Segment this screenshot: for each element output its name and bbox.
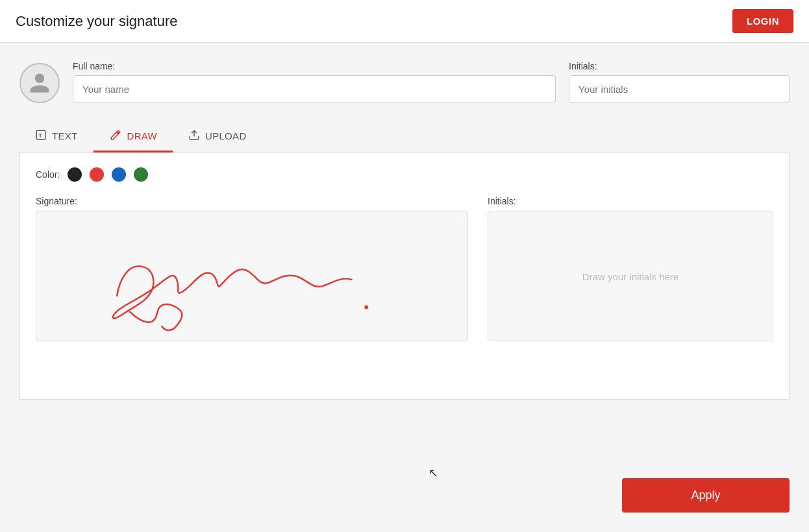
header: Customize your signature LOGIN — [0, 0, 809, 43]
signature-drawing — [36, 212, 467, 341]
initials-canvas[interactable]: Draw your initials here — [488, 212, 773, 341]
initials-canvas-label: Initials: — [488, 196, 773, 206]
svg-text:T: T — [38, 132, 42, 139]
full-name-label: Full name: — [73, 61, 556, 71]
draw-tab-icon — [109, 129, 122, 143]
signature-canvas-label: Signature: — [36, 196, 468, 206]
page-title: Customize your signature — [16, 13, 177, 30]
form-top-row: Full name: Initials: — [19, 61, 790, 103]
tab-upload[interactable]: UPLOAD — [173, 121, 262, 152]
initials-canvas-section: Initials: Draw your initials here — [488, 196, 773, 341]
full-name-input[interactable] — [73, 75, 556, 103]
apply-button-container: Apply — [622, 478, 790, 513]
main-content: Full name: Initials: T TEXT DRAW UPLOA — [0, 43, 809, 532]
color-row: Color: — [36, 167, 773, 182]
color-label: Color: — [36, 169, 60, 180]
full-name-field-group: Full name: — [73, 61, 556, 103]
initials-label: Initials: — [569, 61, 790, 71]
tab-text-label: TEXT — [52, 130, 78, 141]
draw-panel: Color: Signature: — [19, 153, 790, 400]
svg-point-3 — [364, 306, 368, 309]
color-blue[interactable] — [112, 167, 126, 182]
tab-text[interactable]: T TEXT — [19, 121, 93, 152]
signature-section: Signature: — [36, 196, 468, 341]
color-red[interactable] — [90, 167, 104, 182]
tab-draw-label: DRAW — [127, 130, 157, 141]
tab-draw[interactable]: DRAW — [93, 121, 173, 152]
color-green[interactable] — [134, 167, 148, 182]
tab-bar: T TEXT DRAW UPLOAD — [19, 121, 790, 153]
avatar — [19, 63, 60, 103]
initials-input[interactable] — [569, 75, 790, 103]
signature-canvas[interactable] — [36, 212, 468, 341]
initials-canvas-placeholder: Draw your initials here — [582, 271, 678, 282]
tab-upload-label: UPLOAD — [205, 130, 247, 141]
color-black[interactable] — [68, 167, 82, 182]
upload-tab-icon — [188, 129, 200, 143]
text-tab-icon: T — [35, 129, 47, 143]
login-button[interactable]: LOGIN — [732, 9, 793, 33]
apply-button[interactable]: Apply — [622, 478, 790, 513]
initials-field-group: Initials: — [569, 61, 790, 103]
canvas-row: Signature: Initials: Draw your initials … — [36, 196, 773, 341]
user-icon — [28, 71, 51, 95]
